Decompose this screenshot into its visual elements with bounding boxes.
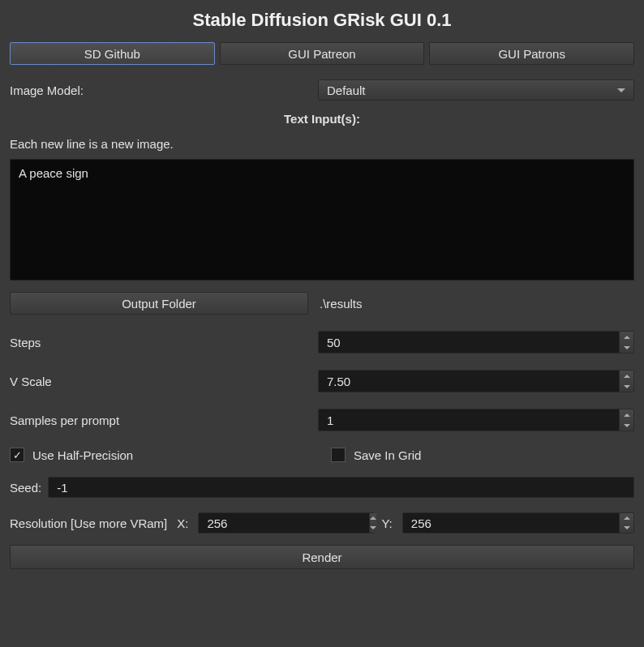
resolution-y-up-button[interactable] [620, 513, 633, 523]
steps-input[interactable] [319, 332, 619, 353]
prompt-textarea[interactable] [10, 159, 634, 281]
resolution-row: Resolution [Use more VRam] X: Y: [10, 512, 634, 533]
samples-spinner-buttons [619, 409, 633, 431]
vscale-up-button[interactable] [620, 371, 633, 381]
text-inputs-hint: Each new line is a new image. [10, 137, 634, 151]
save-grid-checkbox[interactable] [331, 448, 346, 462]
output-path-text: .\results [320, 297, 363, 311]
resolution-y-spinner[interactable] [402, 512, 634, 533]
samples-row: Samples per prompt [10, 409, 634, 431]
image-model-select[interactable]: Default [318, 79, 634, 101]
image-model-row: Image Model: Default [10, 79, 634, 101]
samples-up-button[interactable] [620, 409, 633, 420]
chevron-down-icon [617, 88, 625, 92]
arrow-down-icon [370, 526, 376, 529]
resolution-y-down-button[interactable] [620, 523, 633, 533]
resolution-x-input[interactable] [199, 513, 369, 533]
vscale-input[interactable] [319, 371, 619, 392]
steps-row: Steps [10, 331, 634, 353]
resolution-x-spinner[interactable] [198, 512, 375, 533]
render-button[interactable]: Render [10, 545, 634, 569]
arrow-down-icon [624, 526, 630, 529]
vscale-label: V Scale [10, 375, 318, 388]
tab-gui-patrons[interactable]: GUI Patrons [429, 42, 634, 65]
samples-input[interactable] [319, 409, 619, 431]
text-inputs-header: Text Input(s): [10, 112, 634, 126]
tab-sd-github[interactable]: SD Github [10, 42, 215, 65]
app-title: Stable Diffusion GRisk GUI 0.1 [10, 10, 634, 31]
resolution-y-label: Y: [381, 516, 392, 530]
half-precision-label: Use Half-Precision [32, 448, 323, 462]
resolution-label: Resolution [Use more VRam] [10, 516, 167, 530]
half-precision-checkbox[interactable] [10, 448, 24, 462]
resolution-y-input[interactable] [403, 513, 619, 533]
samples-label: Samples per prompt [10, 413, 318, 427]
steps-spinner[interactable] [318, 331, 634, 353]
arrow-up-icon [624, 413, 630, 417]
output-folder-button[interactable]: Output Folder [10, 292, 308, 315]
arrow-up-icon [624, 336, 630, 339]
vscale-spinner-buttons [619, 371, 633, 392]
steps-down-button[interactable] [620, 342, 633, 353]
samples-down-button[interactable] [620, 420, 633, 431]
arrow-up-icon [624, 375, 630, 378]
resolution-y-spinner-buttons [619, 513, 633, 533]
resolution-x-down-button[interactable] [370, 523, 376, 533]
output-row: Output Folder .\results [10, 292, 634, 315]
arrow-up-icon [370, 516, 376, 520]
image-model-selected: Default [327, 84, 366, 97]
image-model-label: Image Model: [10, 84, 318, 97]
seed-input[interactable] [48, 477, 634, 498]
resolution-x-label: X: [177, 516, 188, 530]
seed-label: Seed: [10, 481, 41, 495]
vscale-row: V Scale [10, 370, 634, 392]
save-grid-label: Save In Grid [354, 448, 421, 462]
resolution-x-up-button[interactable] [370, 513, 376, 523]
steps-up-button[interactable] [620, 332, 633, 342]
arrow-up-icon [624, 516, 630, 520]
samples-spinner[interactable] [318, 409, 634, 431]
tab-row: SD Github GUI Patreon GUI Patrons [10, 42, 634, 65]
checks-row: Use Half-Precision Save In Grid [10, 448, 634, 462]
arrow-down-icon [624, 385, 630, 388]
tab-gui-patreon[interactable]: GUI Patreon [220, 42, 425, 65]
steps-label: Steps [10, 336, 318, 349]
vscale-spinner[interactable] [318, 370, 634, 392]
steps-spinner-buttons [619, 332, 633, 353]
arrow-down-icon [624, 424, 630, 427]
arrow-down-icon [624, 346, 630, 349]
seed-row: Seed: [10, 477, 634, 498]
resolution-x-spinner-buttons [369, 513, 376, 533]
vscale-down-button[interactable] [620, 381, 633, 392]
